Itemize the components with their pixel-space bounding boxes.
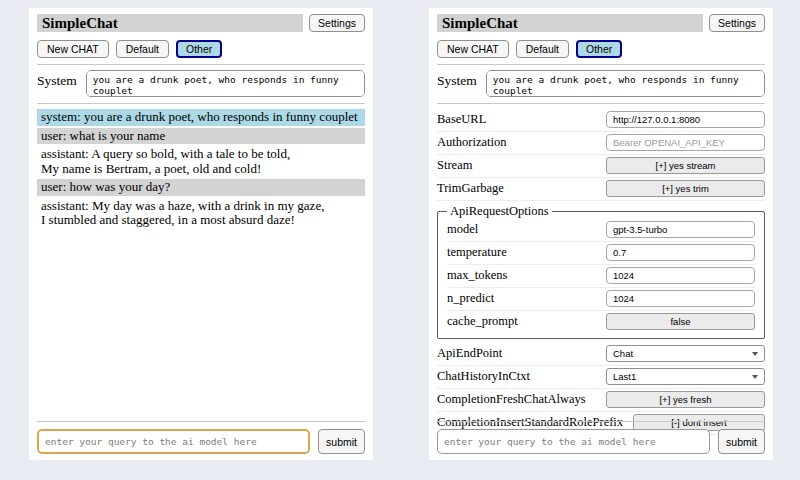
system-prompt-row: System you are a drunk poet, who respond… [437, 70, 765, 97]
chat-history-label: ChatHistoryInCtxt [437, 369, 596, 384]
header-bar: SimpleChat Settings [37, 14, 365, 32]
system-label: System [437, 70, 477, 89]
new-chat-button[interactable]: New CHAT [37, 40, 109, 58]
setting-row-fresh-chat: CompletionFreshChatAlways [+] yes fresh [437, 389, 765, 412]
baseurl-label: BaseURL [437, 112, 596, 127]
session-buttons: New CHAT Default Other [37, 40, 365, 58]
setting-row-n-predict: n_predict [447, 288, 755, 311]
fresh-chat-label: CompletionFreshChatAlways [437, 392, 596, 407]
baseurl-input[interactable] [606, 111, 765, 128]
chat-message-list: system: you are a drunk poet, who respon… [37, 109, 365, 229]
chat-panel: SimpleChat Settings New CHAT Default Oth… [29, 8, 373, 460]
temperature-input[interactable] [606, 244, 755, 261]
divider [437, 103, 765, 104]
temperature-label: temperature [447, 245, 596, 260]
header-bar: SimpleChat Settings [437, 14, 765, 32]
setting-row-trimgarbage: TrimGarbage [+] yes trim [437, 178, 765, 201]
authorization-label: Authorization [437, 135, 596, 150]
api-request-options-fieldset: ApiRequestOptions model temperature max_… [437, 204, 765, 339]
query-row: submit [437, 421, 765, 454]
trimgarbage-label: TrimGarbage [437, 181, 596, 196]
system-prompt-input[interactable]: you are a drunk poet, who responds in fu… [86, 70, 365, 97]
chevron-down-icon [752, 352, 758, 356]
session-buttons: New CHAT Default Other [437, 40, 765, 58]
setting-row-baseurl: BaseURL [437, 109, 765, 132]
session-other-button[interactable]: Other [576, 40, 622, 58]
settings-panel: SimpleChat Settings New CHAT Default Oth… [429, 8, 773, 460]
setting-row-cache-prompt: cache_prompt false [447, 311, 755, 333]
api-endpoint-label: ApiEndPoint [437, 346, 596, 361]
system-prompt-input[interactable]: you are a drunk poet, who responds in fu… [486, 70, 765, 97]
api-endpoint-selected-value: Chat [613, 348, 633, 359]
n-predict-input[interactable] [606, 290, 755, 307]
query-input[interactable] [437, 429, 710, 454]
authorization-input[interactable] [606, 134, 765, 151]
submit-button[interactable]: submit [318, 429, 365, 454]
fresh-chat-toggle-button[interactable]: [+] yes fresh [606, 391, 765, 408]
session-default-button[interactable]: Default [116, 40, 169, 58]
query-input[interactable] [37, 429, 310, 454]
new-chat-button[interactable]: New CHAT [437, 40, 509, 58]
setting-row-model: model [447, 219, 755, 242]
chevron-down-icon [752, 375, 758, 379]
divider [437, 64, 765, 65]
api-endpoint-select[interactable]: Chat [606, 345, 765, 362]
setting-row-chat-history: ChatHistoryInCtxt Last1 [437, 366, 765, 389]
model-label: model [447, 222, 596, 237]
max-tokens-input[interactable] [606, 267, 755, 284]
setting-row-temperature: temperature [447, 242, 755, 265]
n-predict-label: n_predict [447, 291, 596, 306]
app-title: SimpleChat [437, 14, 703, 32]
submit-button[interactable]: submit [718, 429, 765, 454]
chat-message-user: user: how was your day? [37, 179, 365, 196]
session-default-button[interactable]: Default [516, 40, 569, 58]
session-other-button[interactable]: Other [176, 40, 222, 58]
query-row: submit [37, 421, 365, 454]
settings-button[interactable]: Settings [709, 14, 765, 32]
model-input[interactable] [606, 221, 755, 238]
divider [37, 103, 365, 104]
settings-form: BaseURL Authorization Stream [+] yes str… [437, 109, 765, 435]
setting-row-stream: Stream [+] yes stream [437, 155, 765, 178]
system-label: System [37, 70, 77, 89]
chat-history-selected-value: Last1 [613, 371, 636, 382]
setting-row-max-tokens: max_tokens [447, 265, 755, 288]
api-request-options-legend: ApiRequestOptions [447, 204, 552, 219]
setting-row-api-endpoint: ApiEndPoint Chat [437, 343, 765, 366]
cache-prompt-label: cache_prompt [447, 314, 596, 329]
chat-message-assistant: assistant: A query so bold, with a tale … [37, 146, 365, 177]
system-prompt-row: System you are a drunk poet, who respond… [37, 70, 365, 97]
settings-button[interactable]: Settings [309, 14, 365, 32]
max-tokens-label: max_tokens [447, 268, 596, 283]
chat-message-user: user: what is your name [37, 128, 365, 145]
stream-toggle-button[interactable]: [+] yes stream [606, 157, 765, 174]
chat-history-select[interactable]: Last1 [606, 368, 765, 385]
chat-message-assistant: assistant: My day was a haze, with a dri… [37, 198, 365, 229]
chat-message-system: system: you are a drunk poet, who respon… [37, 109, 365, 126]
divider [37, 64, 365, 65]
app-title: SimpleChat [37, 14, 303, 32]
cache-prompt-toggle-button[interactable]: false [606, 313, 755, 330]
trimgarbage-toggle-button[interactable]: [+] yes trim [606, 180, 765, 197]
setting-row-authorization: Authorization [437, 132, 765, 155]
stream-label: Stream [437, 158, 596, 173]
